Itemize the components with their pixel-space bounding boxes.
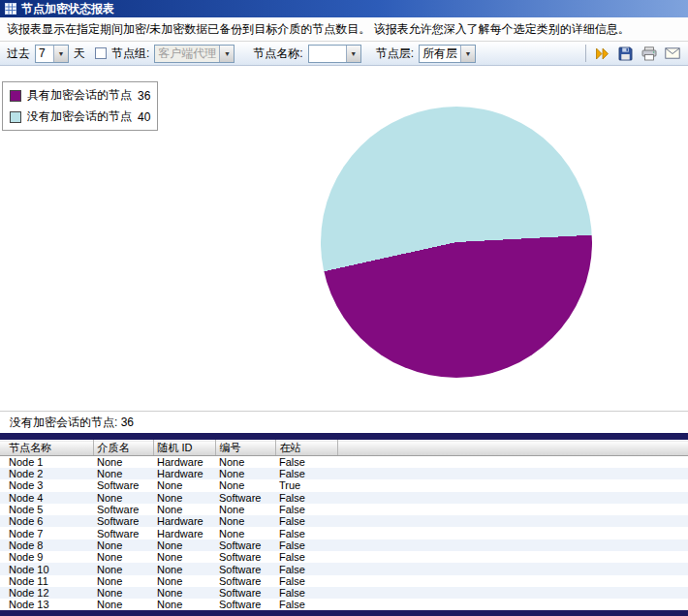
table-cell: None	[93, 575, 153, 587]
table-cell: None	[215, 468, 275, 479]
report-grid-icon	[5, 3, 16, 15]
node-name-value	[309, 46, 346, 62]
node-name-label: 节点名称:	[253, 46, 302, 62]
table-row[interactable]: Node 13NoneNoneSoftwareFalse	[0, 599, 688, 610]
legend-label: 具有加密会话的节点	[27, 87, 132, 104]
table-cell: False	[275, 587, 337, 599]
table-row[interactable]: Node 3SoftwareNoneNoneTrue	[0, 479, 688, 491]
column-header[interactable]: 介质名	[93, 441, 153, 456]
table-cell: Hardware	[153, 468, 215, 479]
node-group-checkbox[interactable]	[95, 47, 107, 59]
toolbar: 过去 7 ▼ 天 节点组: 客户端代理 ▼ 节点名称: ▼ 节点层: 所有层 ▼	[0, 42, 688, 66]
table-row[interactable]: Node 7SoftwareHardwareNoneFalse	[0, 527, 688, 539]
table-cell	[337, 539, 688, 551]
table-cell: None	[153, 599, 215, 610]
table-cell: False	[275, 504, 337, 515]
table-cell: None	[93, 599, 153, 610]
table-top-divider	[0, 433, 688, 440]
table-row[interactable]: Node 8NoneNoneSoftwareFalse	[0, 539, 688, 551]
column-header[interactable]: 编号	[215, 441, 275, 456]
table-row[interactable]: Node 6SoftwareHardwareNoneFalse	[0, 515, 688, 527]
table-row[interactable]: Node 5SoftwareNoneNoneFalse	[0, 504, 688, 515]
table-cell: None	[215, 515, 275, 527]
chart-legend: 具有加密会话的节点 36 没有加密会话的节点 40	[2, 81, 158, 131]
table-cell: Node 2	[0, 468, 93, 479]
table-cell: None	[215, 504, 275, 515]
table-cell	[337, 587, 688, 599]
table-cell: False	[275, 456, 337, 469]
legend-item-unencrypted[interactable]: 没有加密会话的节点 40	[10, 108, 150, 125]
table-cell: Software	[215, 587, 275, 599]
table-cell: Node 8	[0, 539, 93, 551]
table-cell: False	[275, 563, 337, 574]
days-label: 天	[74, 46, 85, 62]
table-cell: False	[275, 527, 337, 539]
legend-label: 没有加密会话的节点	[27, 108, 132, 125]
table-cell: None	[93, 539, 153, 551]
column-header[interactable]: 节点名称	[0, 441, 93, 456]
refresh-icon[interactable]	[593, 45, 611, 63]
node-group-label: 节点组:	[111, 46, 149, 62]
node-group-value: 客户端代理	[155, 46, 219, 62]
report-window: 节点加密状态报表 该报表显示在指定期间加密/未加密数据已备份到目标介质的节点数目…	[0, 0, 688, 616]
detail-title: 没有加密会话的节点: 36	[0, 411, 688, 433]
legend-value: 36	[138, 89, 150, 103]
table-row[interactable]: Node 2NoneHardwareNoneFalse	[0, 468, 688, 479]
table-cell	[337, 456, 688, 469]
table-row[interactable]: Node 10NoneNoneSoftwareFalse	[0, 563, 688, 574]
table-cell: None	[93, 551, 153, 563]
legend-swatch-unencrypted	[10, 111, 21, 123]
node-table: 节点名称介质名随机 ID编号在站 Node 1NoneHardwareNoneF…	[0, 440, 688, 610]
legend-item-encrypted[interactable]: 具有加密会话的节点 36	[10, 87, 150, 104]
days-select[interactable]: 7 ▼	[35, 45, 69, 63]
chevron-down-icon: ▼	[219, 46, 234, 62]
print-icon[interactable]	[640, 45, 658, 63]
table-body: Node 1NoneHardwareNoneFalseNode 2NoneHar…	[0, 456, 688, 611]
table-cell: None	[93, 492, 153, 504]
table-cell	[337, 515, 688, 527]
past-label: 过去	[7, 46, 30, 62]
table-cell: None	[93, 456, 153, 469]
pie-chart[interactable]	[321, 107, 592, 378]
table-cell: Hardware	[153, 527, 215, 539]
table-cell: Software	[93, 527, 153, 539]
chart-area: 具有加密会话的节点 36 没有加密会话的节点 40	[0, 66, 688, 411]
column-header[interactable]: 随机 ID	[153, 441, 215, 456]
column-header[interactable]: 在站	[275, 441, 337, 456]
table-cell: None	[153, 587, 215, 599]
toolbar-separator	[585, 45, 586, 62]
table-cell: Node 4	[0, 492, 93, 504]
table-cell: None	[153, 539, 215, 551]
table-cell: None	[153, 575, 215, 587]
table-cell: None	[153, 492, 215, 504]
table-cell: None	[215, 456, 275, 469]
node-tier-select[interactable]: 所有层 ▼	[419, 45, 476, 63]
table-row[interactable]: Node 12NoneNoneSoftwareFalse	[0, 587, 688, 599]
table-cell: Software	[93, 479, 153, 491]
table-cell: None	[93, 468, 153, 479]
chevron-down-icon: ▼	[346, 46, 360, 62]
table-cell: None	[153, 504, 215, 515]
days-value: 7	[36, 46, 53, 62]
table-row[interactable]: Node 9NoneNoneSoftwareFalse	[0, 551, 688, 563]
table-cell	[337, 504, 688, 515]
table-row[interactable]: Node 1NoneHardwareNoneFalse	[0, 456, 688, 469]
table-cell: None	[153, 563, 215, 574]
email-icon[interactable]	[663, 45, 681, 63]
table-row[interactable]: Node 4NoneNoneSoftwareFalse	[0, 492, 688, 504]
table-cell: None	[93, 587, 153, 599]
chevron-down-icon: ▼	[460, 46, 475, 62]
table-cell: False	[275, 515, 337, 527]
save-icon[interactable]	[616, 45, 635, 63]
table-cell: Node 13	[0, 599, 93, 610]
node-name-combo[interactable]: ▼	[308, 45, 361, 63]
table-cell: Software	[93, 515, 153, 527]
table-cell: Node 10	[0, 563, 93, 574]
table-cell: Software	[215, 599, 275, 610]
table-row[interactable]: Node 11NoneNoneSoftwareFalse	[0, 575, 688, 587]
table-cell: False	[275, 492, 337, 504]
table-cell: True	[275, 479, 337, 491]
table-cell	[337, 479, 688, 491]
table-cell: None	[215, 479, 275, 491]
table-cell: Node 9	[0, 551, 93, 563]
